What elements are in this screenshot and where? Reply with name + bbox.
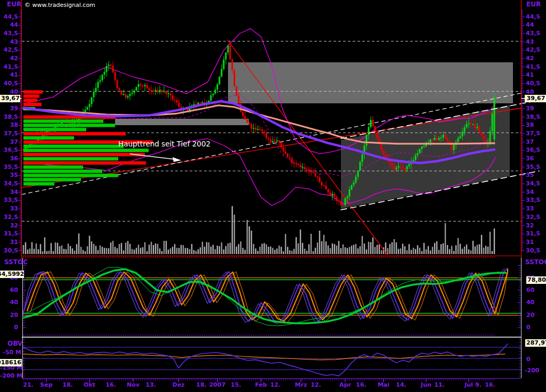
volume-bar (321, 241, 322, 254)
volume-bar (232, 206, 233, 254)
candlestick (453, 145, 455, 151)
volume-bar (255, 249, 256, 254)
price-tick-label-right: 39 (526, 105, 534, 112)
volume-bar (460, 244, 461, 254)
volume-bar (381, 250, 382, 254)
candlestick (104, 72, 105, 75)
volume-bar (400, 248, 401, 254)
candlestick (383, 150, 385, 154)
candlestick (279, 141, 280, 142)
candlestick (136, 87, 137, 90)
volume-bar (125, 243, 126, 254)
candlestick (460, 136, 461, 138)
volume-bar (479, 244, 480, 254)
candlestick (176, 100, 178, 102)
price-tick-label-left: 43 (0, 38, 18, 46)
candlestick (381, 143, 382, 150)
volume-bar (353, 245, 354, 254)
candlestick (325, 186, 327, 190)
volume-bar (259, 247, 260, 254)
candlestick (304, 167, 306, 169)
sstoc-tick-label-right: 40 (526, 299, 534, 306)
candlestick (392, 164, 393, 166)
trend-annotation[interactable]: Haupttrend seit Tief 2002 (118, 140, 210, 148)
price-tick-label-right: 40,5 (526, 80, 540, 87)
volume-bar (377, 245, 378, 254)
candlestick (236, 86, 238, 96)
volume-bar (485, 246, 486, 254)
price-tick-label-left: 37,5 (0, 130, 18, 137)
volume-profile-bar (23, 132, 126, 135)
candlestick (330, 192, 331, 195)
candlestick (328, 189, 329, 192)
volume-bar (230, 243, 231, 254)
volume-bar (402, 244, 403, 254)
volume-bar (221, 242, 222, 254)
candlestick (287, 153, 289, 157)
volume-bar (181, 245, 182, 254)
candlestick (417, 153, 419, 155)
volume-bar (83, 250, 84, 254)
candlestick (110, 64, 112, 66)
gray-highlight-box[interactable] (228, 62, 513, 103)
right-axis-currency-label: EUR (526, 1, 541, 8)
volume-bar (336, 246, 337, 254)
candlestick (475, 124, 476, 128)
price-tick-label-right: 42 (526, 55, 534, 62)
price-tick-label-left: 33,5 (0, 197, 18, 204)
volume-bar (364, 243, 365, 254)
candlestick (443, 135, 444, 137)
candlestick (396, 167, 397, 169)
volume-bar (300, 230, 301, 254)
price-tick-label-left: 41 (0, 71, 18, 79)
date-label: 2007 (207, 381, 228, 388)
volume-bar (379, 244, 380, 254)
volume-bar (61, 246, 62, 254)
price-tick-label-right: 30,5 (526, 247, 540, 255)
candlestick (441, 137, 442, 138)
candlestick (308, 170, 310, 172)
candlestick (155, 90, 157, 92)
volume-bar (240, 241, 241, 254)
sstoc-tick-label-left: 0 (0, 324, 18, 331)
volume-bar (279, 246, 280, 254)
volume-bar (225, 246, 226, 254)
volume-bar (441, 244, 442, 254)
price-tick-label-left: 36 (0, 155, 18, 162)
volume-bar (304, 249, 305, 254)
volume-bar (112, 241, 113, 254)
gray-highlight-box[interactable] (115, 119, 249, 125)
volume-bar (283, 251, 284, 254)
volume-bar (164, 241, 165, 254)
volume-bar (396, 242, 397, 254)
volume-bar (63, 249, 64, 254)
date-label: Sep (36, 381, 57, 388)
volume-bar (249, 226, 250, 254)
volume-bar (328, 246, 329, 254)
obv-value-left: 018616 (0, 359, 22, 366)
volume-bar (458, 238, 459, 254)
volume-bar (323, 235, 324, 254)
volume-bar (464, 247, 465, 254)
date-label: 16. (351, 381, 372, 388)
volume-bar (59, 246, 60, 254)
price-tick-label-right: 37 (526, 138, 534, 146)
candlestick (479, 127, 480, 133)
volume-bar (466, 244, 467, 254)
candlestick (289, 157, 291, 158)
volume-bar (330, 248, 331, 254)
candlestick (223, 60, 225, 69)
volume-bar (27, 250, 28, 254)
volume-bar (89, 235, 90, 254)
volume-bar (55, 242, 56, 254)
price-tick-label-right: 36,5 (526, 146, 540, 154)
volume-profile-bar (23, 166, 83, 169)
chart-canvas[interactable] (0, 0, 546, 392)
volume-bar (281, 247, 282, 254)
volume-bar (46, 251, 47, 254)
candlestick (466, 124, 468, 127)
volume-bar (110, 242, 111, 254)
sstoc-tick-label-left: 60 (0, 287, 18, 294)
candlestick (217, 84, 218, 89)
price-tick-label-right: 44 (526, 21, 534, 29)
